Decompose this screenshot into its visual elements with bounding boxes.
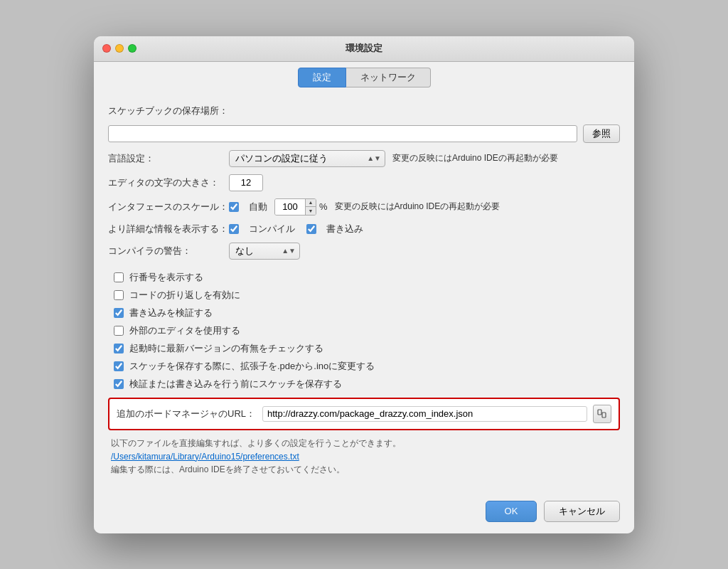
upload-label: 書き込み: [326, 223, 363, 235]
footer-buttons: OK キャンセル: [94, 492, 634, 533]
verify-upload-checkbox[interactable]: [114, 308, 124, 318]
check-updates-row: 起動時に最新バージョンの有無をチェックする: [111, 342, 620, 355]
sketchbook-label: スケッチブックの保存場所：: [108, 105, 229, 117]
close-button[interactable]: [102, 44, 111, 53]
external-editor-label: 外部のエディタを使用する: [129, 324, 240, 337]
compiler-warning-select-wrapper: なし ▲▼: [229, 243, 300, 260]
compiler-warning-label: コンパイラの警告：: [108, 245, 229, 257]
scale-note: 変更の反映にはArduino IDEの再起動が必要: [335, 201, 500, 213]
scale-up-button[interactable]: ▲: [306, 199, 316, 207]
svg-rect-0: [598, 410, 601, 415]
auto-scale-checkbox[interactable]: [229, 202, 239, 212]
language-row: 言語設定： パソコンの設定に従う ▲▼ 変更の反映にはArduino IDEの再…: [108, 150, 620, 167]
scale-down-button[interactable]: ▼: [306, 207, 316, 215]
ok-button[interactable]: OK: [486, 501, 537, 522]
titlebar: 環境設定: [94, 36, 634, 62]
settings-content: スケッチブックの保存場所： 参照 言語設定： パソコンの設定に従う ▲▼ 変更の…: [94, 93, 634, 492]
maximize-button[interactable]: [128, 44, 136, 53]
verbose-label: より詳細な情報を表示する：: [108, 223, 229, 235]
svg-rect-1: [602, 413, 606, 418]
line-numbers-checkbox[interactable]: [114, 272, 124, 282]
compiler-warning-row: コンパイラの警告： なし ▲▼: [108, 243, 620, 260]
tabs-bar: 設定 ネットワーク: [94, 62, 634, 93]
scale-spinner: 100 ▲ ▼: [274, 198, 316, 216]
file-info-description: 以下のファイルを直接編集すれば、より多くの設定を行うことができます。: [111, 437, 620, 450]
sketchbook-input-row: 参照: [108, 124, 620, 143]
board-manager-section: 追加のボードマネージャのURL： http://drazzy.com/packa…: [108, 398, 620, 430]
editor-font-size-row: エディタの文字の大きさ： 12: [108, 174, 620, 191]
compile-checkbox[interactable]: [229, 224, 239, 234]
cancel-button[interactable]: キャンセル: [544, 501, 620, 522]
minimize-button[interactable]: [115, 44, 124, 53]
tab-settings[interactable]: 設定: [298, 68, 346, 87]
code-folding-checkbox[interactable]: [114, 290, 124, 300]
check-updates-label: 起動時に最新バージョンの有無をチェックする: [129, 342, 323, 355]
save-before-row: 検証または書き込みを行う前にスケッチを保存する: [111, 378, 620, 390]
upload-checkbox[interactable]: [306, 224, 316, 234]
line-numbers-row: 行番号を表示する: [111, 271, 620, 284]
compile-label: コンパイル: [249, 223, 295, 235]
editor-font-size-input[interactable]: 12: [229, 174, 263, 191]
board-manager-edit-icon[interactable]: [593, 405, 611, 423]
editor-font-size-label: エディタの文字の大きさ：: [108, 176, 229, 189]
save-before-label: 検証または書き込みを行う前にスケッチを保存する: [129, 378, 342, 390]
save-before-checkbox[interactable]: [114, 379, 124, 389]
language-label: 言語設定：: [108, 152, 229, 165]
language-select[interactable]: パソコンの設定に従う: [229, 150, 385, 167]
file-path[interactable]: /Users/kitamura/Library/Arduino15/prefer…: [111, 452, 620, 462]
file-info-note: 編集する際には、Arduino IDEを終了させておいてください。: [111, 464, 620, 476]
change-ext-row: スケッチを保存する際に、拡張子を.pdeから.inoに変更する: [111, 360, 620, 373]
scale-input[interactable]: 100: [275, 199, 305, 215]
percent-label: %: [319, 201, 328, 212]
traffic-lights: [102, 44, 136, 53]
language-select-wrapper: パソコンの設定に従う ▲▼: [229, 150, 385, 167]
line-numbers-label: 行番号を表示する: [129, 271, 203, 284]
sketchbook-row: スケッチブックの保存場所：: [108, 105, 620, 117]
compiler-warning-select[interactable]: なし: [229, 243, 300, 260]
window-title: 環境設定: [346, 42, 382, 55]
board-manager-label: 追加のボードマネージャのURL：: [117, 408, 255, 420]
check-updates-checkbox[interactable]: [114, 344, 124, 353]
tab-network[interactable]: ネットワーク: [346, 68, 431, 87]
browse-button[interactable]: 参照: [583, 124, 620, 143]
file-info-section: 以下のファイルを直接編集すれば、より多くの設定を行うことができます。 /User…: [108, 437, 620, 476]
interface-scale-label: インタフェースのスケール：: [108, 201, 229, 213]
code-folding-row: コードの折り返しを有効に: [111, 289, 620, 302]
preferences-window: 環境設定 設定 ネットワーク スケッチブックの保存場所： 参照 言語設定： パソ…: [94, 36, 634, 533]
sketchbook-input[interactable]: [108, 125, 577, 142]
change-ext-checkbox[interactable]: [114, 361, 124, 371]
language-note: 変更の反映にはArduino IDEの再起動が必要: [392, 152, 558, 164]
verify-upload-label: 書き込みを検証する: [129, 307, 213, 319]
board-manager-input[interactable]: http://drazzy.com/package_drazzy.com_ind…: [262, 406, 587, 422]
verbose-row: より詳細な情報を表示する： コンパイル 書き込み: [108, 223, 620, 235]
auto-scale-label: 自動: [249, 201, 267, 213]
external-editor-row: 外部のエディタを使用する: [111, 324, 620, 337]
verify-upload-row: 書き込みを検証する: [111, 307, 620, 319]
code-folding-label: コードの折り返しを有効に: [129, 289, 240, 302]
interface-scale-row: インタフェースのスケール： 自動 100 ▲ ▼ % 変更の反映にはArduin…: [108, 198, 620, 216]
external-editor-checkbox[interactable]: [114, 326, 124, 336]
change-ext-label: スケッチを保存する際に、拡張子を.pdeから.inoに変更する: [129, 360, 375, 373]
checkboxes-section: 行番号を表示する コードの折り返しを有効に 書き込みを検証する 外部のエディタを…: [111, 271, 620, 390]
scale-spinner-buttons: ▲ ▼: [305, 199, 316, 215]
